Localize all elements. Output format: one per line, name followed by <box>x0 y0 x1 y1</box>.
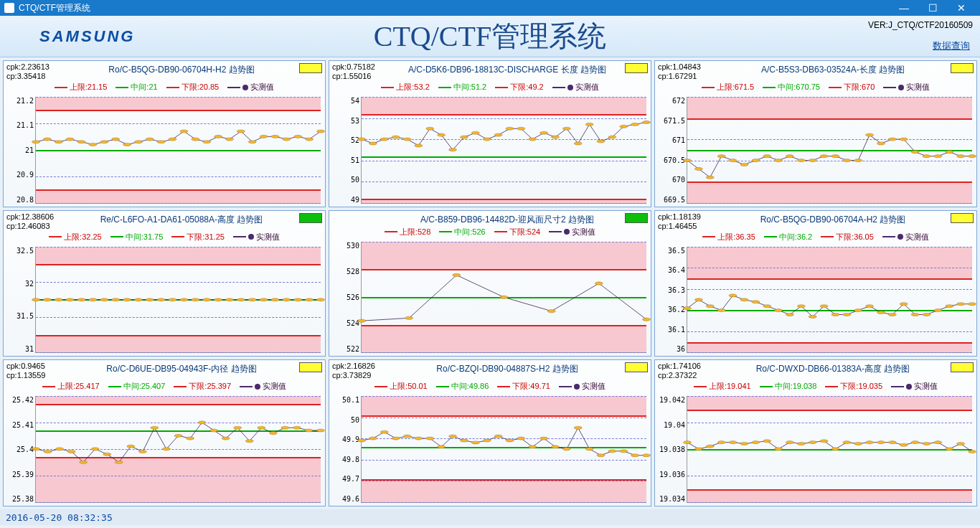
svg-point-173 <box>483 439 491 442</box>
svg-point-198 <box>797 443 805 446</box>
close-button[interactable]: ✕ <box>947 2 976 14</box>
svg-point-174 <box>494 435 502 438</box>
cpk-cp-label: cpk:0.75182cp:1.55016 <box>332 62 390 81</box>
svg-point-68 <box>866 133 874 136</box>
page-title: CTQ/CTF管理系统 <box>0 16 980 56</box>
svg-point-101 <box>294 298 302 301</box>
svg-point-135 <box>957 302 965 305</box>
svg-point-70 <box>888 138 896 141</box>
chart-title: A/C-D5K6-DB96-18813C-DISCHARGE 长度 趋势图 <box>390 62 625 76</box>
svg-point-46 <box>585 123 593 126</box>
svg-point-9 <box>134 141 142 143</box>
svg-point-81 <box>66 298 74 301</box>
chart-legend: 上限:671.5中间:670.75下限:670实测值 <box>655 81 976 94</box>
svg-point-23 <box>294 135 302 138</box>
chart-panel: cpk:2.23613cp:3.35418Ro/C-B5QG-DB90-0670… <box>3 60 326 207</box>
svg-point-151 <box>198 421 206 424</box>
svg-point-194 <box>752 441 760 444</box>
chart-legend: 上限:21.15中间:21下限:20.85实测值 <box>4 81 325 94</box>
svg-point-45 <box>574 142 582 145</box>
svg-point-56 <box>729 159 737 162</box>
svg-point-4 <box>77 141 85 143</box>
chart-title: Ro/C-BZQI-DB90-04887S-H2 趋势图 <box>390 362 625 375</box>
svg-point-139 <box>56 448 64 451</box>
svg-point-0 <box>32 141 39 143</box>
svg-point-105 <box>405 316 413 319</box>
status-indicator <box>299 63 322 73</box>
svg-point-99 <box>271 298 279 301</box>
svg-point-30 <box>403 138 411 141</box>
svg-point-98 <box>260 298 268 301</box>
svg-point-18 <box>237 130 245 133</box>
chart-plot: 21.221.12120.920.8 <box>4 94 325 207</box>
svg-point-161 <box>316 429 324 432</box>
svg-point-186 <box>631 454 639 457</box>
svg-point-31 <box>415 144 423 147</box>
svg-point-140 <box>67 451 75 453</box>
chart-panel: cpk:12.38606cp:12.46083Re/C-L6FO-A1-DA61… <box>3 210 326 357</box>
svg-point-129 <box>888 313 896 316</box>
svg-point-41 <box>529 138 537 141</box>
svg-point-34 <box>448 148 456 151</box>
svg-point-164 <box>380 430 388 433</box>
status-indicator <box>625 362 648 372</box>
data-query-link[interactable]: 数据查询 <box>933 39 970 52</box>
svg-point-100 <box>283 298 291 301</box>
svg-point-57 <box>740 163 748 166</box>
chart-canvas <box>687 247 972 354</box>
svg-point-76 <box>957 155 965 158</box>
svg-point-206 <box>888 441 896 444</box>
chart-legend: 上限:50.01中间:49.86下限:49.71实测值 <box>329 380 651 393</box>
svg-point-93 <box>203 298 211 301</box>
svg-point-44 <box>562 127 570 130</box>
svg-point-209 <box>923 443 930 446</box>
svg-point-167 <box>415 437 423 440</box>
svg-point-25 <box>316 130 324 133</box>
svg-point-201 <box>831 448 839 451</box>
svg-point-119 <box>774 308 782 311</box>
svg-point-61 <box>786 155 793 158</box>
svg-point-207 <box>900 444 908 447</box>
svg-point-181 <box>574 427 582 430</box>
svg-point-2 <box>55 141 62 143</box>
svg-point-117 <box>752 300 760 303</box>
svg-point-142 <box>91 448 99 451</box>
svg-point-96 <box>237 298 245 301</box>
svg-point-165 <box>392 437 400 440</box>
status-indicator <box>625 63 648 73</box>
svg-point-29 <box>392 136 400 138</box>
svg-point-204 <box>866 441 874 444</box>
svg-point-153 <box>222 437 230 440</box>
chart-legend: 上限:36.35中间:36.2下限:36.05实测值 <box>655 231 976 244</box>
svg-point-163 <box>369 437 377 440</box>
cpk-cp-label: cpk:2.16826cp:3.73829 <box>332 362 390 380</box>
svg-point-104 <box>357 319 365 322</box>
chart-plot: 530528526524522 <box>329 239 651 357</box>
status-indicator <box>299 362 322 372</box>
svg-point-77 <box>968 155 976 158</box>
chart-plot: 19.04219.0419.03819.03619.034 <box>655 393 976 506</box>
svg-point-169 <box>438 446 446 448</box>
svg-point-200 <box>820 440 828 443</box>
svg-point-191 <box>717 441 725 444</box>
svg-point-78 <box>32 298 39 301</box>
svg-point-156 <box>258 427 265 430</box>
minimize-button[interactable]: — <box>890 2 918 14</box>
svg-point-199 <box>809 441 816 444</box>
svg-point-47 <box>597 140 605 143</box>
status-indicator <box>951 63 974 73</box>
svg-point-3 <box>66 138 74 141</box>
svg-point-39 <box>506 127 514 130</box>
svg-point-172 <box>471 441 479 444</box>
svg-point-114 <box>717 308 725 311</box>
svg-point-132 <box>923 313 930 316</box>
maximize-button[interactable]: ☐ <box>918 2 947 14</box>
svg-point-133 <box>934 308 942 311</box>
chart-canvas <box>35 247 321 354</box>
svg-point-22 <box>283 138 291 141</box>
svg-point-10 <box>146 138 154 141</box>
cpk-cp-label: cpk:12.38606cp:12.46083 <box>6 212 64 231</box>
chart-plot: 36.536.436.336.236.136 <box>655 244 976 357</box>
svg-point-60 <box>774 159 782 162</box>
cpk-cp-label: cpk:0.9465cp:1.13559 <box>6 362 64 380</box>
